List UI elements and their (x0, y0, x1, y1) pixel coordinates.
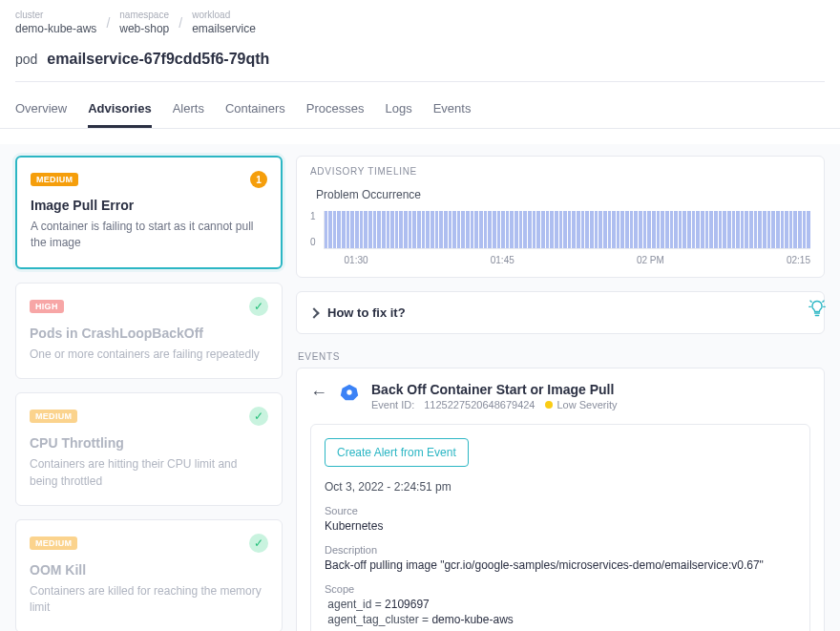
crumb-cluster-value: demo-kube-aws (15, 22, 96, 35)
event-id: 1125227520648679424 (424, 399, 535, 410)
advisory-desc: One or more containers are failing repea… (30, 347, 268, 363)
breadcrumb-sep: / (178, 15, 182, 31)
pod-name: emailservice-67f9cdd5f6-79qth (47, 51, 269, 68)
svg-line-2 (810, 301, 811, 302)
check-icon: ✓ (249, 534, 268, 553)
check-icon: ✓ (249, 297, 268, 316)
fix-label: How to fix it? (327, 305, 406, 320)
advisory-title: CPU Throttling (30, 435, 268, 451)
events-header: EVENTS (296, 347, 825, 368)
breadcrumb: cluster demo-kube-aws / namespace web-sh… (15, 10, 825, 35)
severity-text: Low Severity (557, 399, 618, 410)
tab-events[interactable]: Events (433, 97, 472, 128)
how-to-fix-toggle[interactable]: How to fix it? (296, 291, 825, 334)
page-title: pod emailservice-67f9cdd5f6-79qth (15, 51, 825, 68)
scope-line: agent_tag_cluster = demo-kube-aws (325, 613, 796, 626)
divider (15, 81, 825, 82)
crumb-workload-value: emailservice (192, 22, 256, 35)
tab-alerts[interactable]: Alerts (173, 97, 204, 128)
timeline-panel: ADVISORY TIMELINE Problem Occurrence 1 0… (296, 156, 825, 278)
timeline-chart: 1 0 01:30 01:45 02 PM 02:15 (310, 211, 810, 265)
y-tick: 1 (310, 211, 316, 221)
advisory-desc: Containers are hitting their CPU limit a… (30, 456, 268, 490)
tab-processes[interactable]: Processes (306, 97, 365, 128)
advisory-card[interactable]: MEDIUM ✓ CPU Throttling Containers are h… (15, 392, 283, 506)
source-value: Kubernetes (325, 519, 796, 533)
breadcrumb-sep: / (106, 15, 110, 31)
x-tick: 02 PM (637, 255, 664, 265)
scope-label: Scope (325, 583, 796, 595)
count-badge: 1 (250, 171, 267, 188)
advisory-title: Image Pull Error (31, 198, 267, 213)
tab-bar: Overview Advisories Alerts Containers Pr… (0, 97, 840, 129)
x-tick: 01:45 (491, 255, 514, 265)
timeline-header: ADVISORY TIMELINE (297, 157, 824, 180)
x-tick: 01:30 (345, 255, 368, 265)
check-icon: ✓ (249, 407, 268, 426)
advisory-desc: A container is failing to start as it ca… (31, 219, 267, 252)
crumb-cluster-label: cluster (15, 10, 96, 20)
y-tick: 0 (310, 237, 316, 247)
advisory-card[interactable]: HIGH ✓ Pods in CrashLoopBackOff One or m… (15, 283, 283, 379)
description-value: Back-off pulling image "gcr.io/google-sa… (325, 558, 796, 572)
severity-pill: MEDIUM (31, 173, 78, 186)
severity-pill: MEDIUM (30, 410, 77, 423)
event-panel: ← Back Off Container Start or Image Pull… (296, 368, 825, 631)
advisory-title: Pods in CrashLoopBackOff (30, 326, 268, 341)
tab-advisories[interactable]: Advisories (88, 97, 151, 128)
description-label: Description (325, 544, 796, 556)
kubernetes-icon (339, 382, 360, 403)
tab-containers[interactable]: Containers (225, 97, 285, 128)
pod-prefix: pod (15, 52, 37, 67)
chevron-right-icon (308, 307, 319, 318)
crumb-workload[interactable]: workload emailservice (192, 10, 256, 35)
event-timestamp: Oct 3, 2022 - 2:24:51 pm (325, 480, 796, 494)
svg-point-5 (346, 389, 351, 394)
crumb-namespace-value: web-shop (119, 22, 169, 35)
crumb-workload-label: workload (192, 10, 256, 20)
severity-pill: HIGH (30, 300, 64, 313)
svg-line-3 (823, 301, 824, 302)
tab-overview[interactable]: Overview (15, 97, 67, 128)
x-tick: 02:15 (787, 255, 810, 265)
severity-dot-icon (545, 401, 553, 409)
advisory-list: MEDIUM 1 Image Pull Error A container is… (15, 144, 283, 631)
bar-row (324, 211, 810, 249)
source-label: Source (325, 505, 796, 516)
lightbulb-icon (807, 298, 828, 319)
crumb-namespace-label: namespace (119, 10, 169, 20)
chart-title: Problem Occurrence (316, 188, 810, 201)
advisory-card[interactable]: MEDIUM ✓ OOM Kill Containers are killed … (15, 519, 283, 631)
tab-logs[interactable]: Logs (385, 97, 411, 128)
event-title: Back Off Container Start or Image Pull (371, 382, 810, 397)
advisory-title: OOM Kill (30, 562, 268, 578)
scope-line: agent_id = 2109697 (325, 598, 796, 611)
event-id-label: Event ID: (371, 399, 414, 410)
create-alert-button[interactable]: Create Alert from Event (325, 438, 469, 467)
advisory-card[interactable]: MEDIUM 1 Image Pull Error A container is… (15, 156, 283, 269)
crumb-cluster[interactable]: cluster demo-kube-aws (15, 10, 96, 35)
severity-badge: Low Severity (545, 399, 618, 410)
crumb-namespace[interactable]: namespace web-shop (119, 10, 169, 35)
back-arrow-icon[interactable]: ← (310, 382, 327, 401)
severity-pill: MEDIUM (30, 536, 77, 550)
advisory-desc: Containers are killed for reaching the m… (30, 583, 268, 617)
